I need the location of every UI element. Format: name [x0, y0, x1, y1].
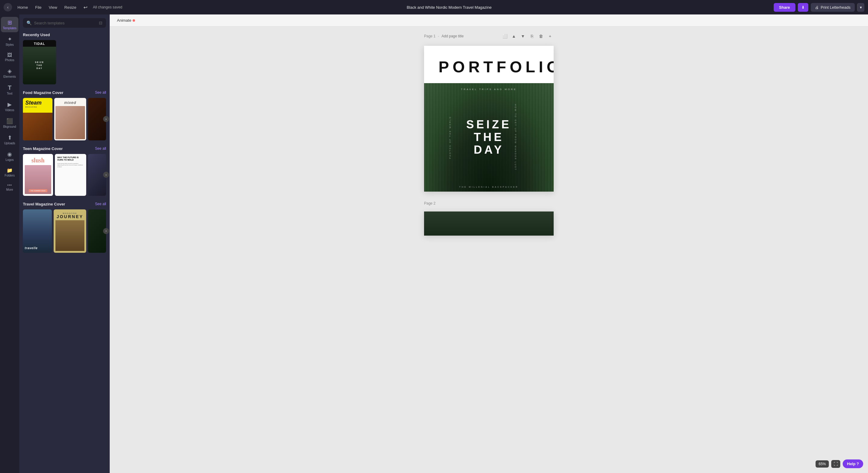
canvas-container: Animate Page 1 - ⬜ ▲ ▼	[110, 14, 868, 473]
icon-sidebar: ⊞ Templates ✦ Styles 🖼 Photos ◈ Elements…	[0, 14, 19, 473]
food-section-header: Food Magazine Cover See all	[23, 90, 106, 95]
filter-icon[interactable]: ⊟	[99, 21, 102, 25]
nav-home[interactable]: Home	[14, 3, 31, 11]
recently-used-card[interactable]: TIDAL SEIZETHEDAY	[23, 40, 56, 84]
page1-number: Page 1	[424, 34, 435, 38]
teen-see-all[interactable]: See all	[95, 147, 106, 151]
main-photo-container[interactable]: TRAVEL TRIPS AND MORE PHOTOS OF THE WORL…	[424, 83, 554, 192]
sidebar-item-more[interactable]: ••• More	[1, 181, 19, 194]
side-right-text: HOW TO GET UP FROM WANDER LUST	[515, 104, 517, 170]
page2-label-bar: Page 2	[424, 201, 554, 206]
download-button[interactable]: ⬇	[798, 3, 808, 12]
seize-text-block: SEIZE THE DAY	[466, 118, 512, 156]
recently-used-header: Recently Used	[23, 33, 106, 37]
page1-document[interactable]: PORTFOLIO TRAVEL TRIPS AND MORE PHOTOS O…	[424, 46, 554, 192]
nav-file[interactable]: File	[32, 3, 44, 11]
travel-trips-text: TRAVEL TRIPS AND MORE	[461, 88, 517, 91]
page-copy-icon[interactable]: ⎘	[528, 33, 535, 40]
sidebar-item-logos[interactable]: ◉ Logos	[1, 149, 19, 164]
recently-used-section: TIDAL SEIZETHEDAY	[23, 40, 106, 84]
sidebar-item-text[interactable]: T Text	[1, 82, 19, 98]
page-up-icon[interactable]: ▲	[510, 33, 518, 40]
sidebar-item-photos[interactable]: 🖼 Photos	[1, 50, 19, 64]
zoom-level: 65%	[815, 460, 829, 468]
travel-next-arrow[interactable]: ›	[103, 228, 109, 234]
help-icon: ?	[857, 462, 859, 466]
page1-label-bar: Page 1 - ⬜ ▲ ▼ ⎘ 🗑 +	[424, 33, 554, 40]
food-cards: Steam MAGAZINE mixed ›	[23, 98, 106, 140]
page-add-icon[interactable]: +	[547, 33, 554, 40]
undo-button[interactable]: ↩	[81, 3, 90, 12]
traveller-title: travelle	[25, 247, 38, 250]
sidebar-item-background[interactable]: ⬛ Bkground	[1, 116, 19, 131]
bottom-bar: 65% ⛶ Help ?	[815, 460, 863, 468]
page-wrapper: Page 1 - ⬜ ▲ ▼ ⎘ 🗑 +	[116, 33, 862, 235]
nav-view[interactable]: View	[46, 3, 60, 11]
main-layout: ⊞ Templates ✦ Styles 🖼 Photos ◈ Elements…	[0, 14, 868, 473]
ru-seize-text: SEIZETHEDAY	[35, 61, 44, 70]
teen-section-title: Teen Magazine Cover	[23, 147, 63, 151]
travel-section-header: Travel Magazine Cover See all	[23, 202, 106, 207]
page2-document[interactable]	[424, 212, 554, 235]
sidebar-item-videos[interactable]: ▶ Videos	[1, 99, 19, 114]
slush-title: slush	[31, 157, 44, 164]
travel-see-all[interactable]: See all	[95, 202, 106, 206]
print-icon: 🖨	[815, 5, 819, 10]
travel-section-title: Travel Magazine Cover	[23, 202, 65, 207]
sidebar-item-templates[interactable]: ⊞ Templates	[1, 17, 19, 32]
search-input[interactable]	[34, 21, 96, 25]
page-frame-icon[interactable]: ⬜	[501, 33, 508, 40]
animate-tab[interactable]: Animate	[115, 17, 137, 24]
teen-card-future[interactable]: WHY THE FUTURE IS OURS TO MOLD Lorem ips…	[55, 154, 86, 196]
help-button[interactable]: Help ?	[843, 460, 863, 468]
help-label: Help	[847, 462, 855, 466]
food-see-all[interactable]: See all	[95, 90, 106, 95]
nav-resize[interactable]: Resize	[61, 3, 80, 11]
print-caret-button[interactable]: ▾	[857, 3, 864, 12]
page-down-icon[interactable]: ▼	[519, 33, 527, 40]
download-icon: ⬇	[801, 5, 805, 10]
food-card-steam[interactable]: Steam MAGAZINE	[23, 98, 53, 140]
sidebar-item-styles[interactable]: ✦ Styles	[1, 33, 19, 49]
page1-title-input[interactable]	[441, 34, 487, 38]
topbar: ‹ Home File View Resize ↩ All changes sa…	[0, 0, 868, 14]
templates-panel: 🔍 ⊟ Recently Used TIDAL SEIZETHEDAY Food…	[19, 14, 110, 473]
photos-icon: 🖼	[7, 53, 12, 58]
sidebar-item-uploads[interactable]: ⬆ Uploads	[1, 132, 19, 147]
back-button[interactable]: ‹	[4, 3, 12, 11]
teen-section-header: Teen Magazine Cover See all	[23, 147, 106, 151]
print-button[interactable]: 🖨 Print Letterheads	[811, 3, 855, 12]
page-delete-icon[interactable]: 🗑	[537, 33, 545, 40]
ru-image: SEIZETHEDAY	[23, 47, 56, 84]
search-bar: 🔍 ⊟	[23, 18, 106, 28]
travel-cards: travelle MAGAZINE JOURNEY ›	[23, 210, 106, 253]
bottom-text: THE MILLENIAL BACKPACKER	[459, 186, 519, 188]
background-icon: ⬛	[6, 118, 13, 124]
sidebar-item-folders[interactable]: 📁 Folders	[1, 165, 19, 180]
share-button[interactable]: Share	[774, 3, 795, 12]
mixed-title: mixed	[64, 100, 76, 105]
teen-card-slush[interactable]: slush THE SUMMER ISSUE	[23, 154, 53, 196]
logos-icon: ◉	[7, 151, 12, 158]
topbar-actions: Share ⬇ 🖨 Print Letterheads ▾	[774, 3, 864, 12]
canvas-wrapper[interactable]: Page 1 - ⬜ ▲ ▼ ⎘ 🗑 +	[110, 27, 868, 473]
steam-image	[23, 113, 53, 140]
slush-image: THE SUMMER ISSUE	[25, 165, 51, 194]
teen-next-arrow[interactable]: ›	[103, 172, 109, 178]
sidebar-item-elements[interactable]: ◈ Elements	[1, 65, 19, 81]
travel-card-traveller[interactable]: travelle	[23, 210, 52, 253]
styles-icon: ✦	[7, 36, 12, 42]
food-card-mixed[interactable]: mixed	[54, 98, 86, 140]
future-title: WHY THE FUTURE IS OURS TO MOLD	[57, 156, 84, 161]
slush-badge: THE SUMMER ISSUE	[29, 189, 47, 192]
uploads-icon: ⬆	[7, 134, 12, 141]
food-section-title: Food Magazine Cover	[23, 90, 63, 95]
side-left-text: PHOTOS OF THE WORLD	[449, 116, 451, 159]
travel-card-journey[interactable]: MAGAZINE JOURNEY	[54, 210, 86, 253]
journey-image	[56, 220, 84, 251]
more-icon: •••	[7, 183, 12, 187]
steam-subtitle: MAGAZINE	[25, 106, 50, 108]
zoom-expand-button[interactable]: ⛶	[831, 460, 840, 468]
food-next-arrow[interactable]: ›	[103, 116, 109, 122]
search-icon: 🔍	[27, 21, 32, 25]
